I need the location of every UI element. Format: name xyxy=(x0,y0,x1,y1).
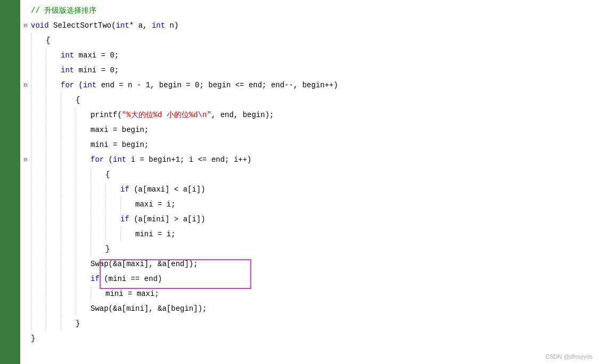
fold-icon-11[interactable]: ⊟ xyxy=(20,153,31,167)
code-line-6: ⊟ for (int end = n - 1, begin = 0; begin… xyxy=(20,78,599,93)
fold-icon-13 xyxy=(20,183,31,196)
line-23-content: } xyxy=(31,332,599,345)
code-line-8: printf("%大的位%d 小的位%d\n", end, begin); xyxy=(20,107,599,122)
line-3-content: { xyxy=(46,34,599,47)
code-line-22: } xyxy=(20,316,599,331)
code-line-12: { xyxy=(20,167,599,182)
watermark: CSDN @dfnsyyds xyxy=(545,353,593,360)
code-line-19: if (mini == end) xyxy=(20,271,599,286)
fold-icon-16 xyxy=(20,227,31,241)
line-2-content: void SelectSortTwo(int* a, int n) xyxy=(31,19,599,32)
fold-icon-17 xyxy=(20,242,31,256)
code-line-3: { xyxy=(20,33,599,48)
code-line-5: int mini = 0; xyxy=(20,63,599,78)
code-line-14: maxi = i; xyxy=(20,197,599,212)
fold-icon-8 xyxy=(20,108,31,122)
line-9-content: maxi = begin; xyxy=(91,123,599,137)
code-line-4: int maxi = 0; xyxy=(20,48,599,63)
line-4-content: int maxi = 0; xyxy=(61,48,599,62)
line-7-content: { xyxy=(76,93,599,107)
code-line-1: // 升级版选择排序 xyxy=(20,3,599,18)
fold-icon-12 xyxy=(20,168,31,181)
line-17-content: } xyxy=(105,242,599,256)
line-13-content: if (a[maxi] < a[i]) xyxy=(120,183,599,196)
code-line-17: } xyxy=(20,242,599,257)
line-15-content: if (a[mini] > a[i]) xyxy=(120,212,599,226)
line-6-content: for (int end = n - 1, begin = 0; begin <… xyxy=(61,78,599,92)
code-area: // 升级版选择排序 ⊟ void SelectSortTwo(int* a, … xyxy=(20,0,599,364)
line-18-content: Swap(&a[maxi], &a[end]); xyxy=(91,257,599,271)
fold-icon-23 xyxy=(20,332,31,345)
fold-icon-6[interactable]: ⊟ xyxy=(20,78,31,92)
fold-icon-14 xyxy=(20,197,31,211)
fold-icon-5 xyxy=(20,63,31,77)
code-line-11: ⊟ for (int i = begin+1; i <= end; i++) xyxy=(20,152,599,167)
code-line-18: Swap(&a[maxi], &a[end]); xyxy=(20,257,599,271)
fold-icon-7 xyxy=(20,93,31,107)
code-line-20: mini = maxi; xyxy=(20,286,599,301)
editor-container: // 升级版选择排序 ⊟ void SelectSortTwo(int* a, … xyxy=(0,0,599,364)
code-line-7: { xyxy=(20,93,599,107)
line-8-content: printf("%大的位%d 小的位%d\n", end, begin); xyxy=(91,108,599,122)
line-20-content: mini = maxi; xyxy=(105,287,599,301)
line-5-content: int mini = 0; xyxy=(61,63,599,77)
left-bar xyxy=(0,0,20,364)
fold-icon-4 xyxy=(20,48,31,62)
fold-icon-3 xyxy=(20,34,31,47)
fold-icon-20 xyxy=(20,287,31,301)
code-line-15: if (a[mini] > a[i]) xyxy=(20,212,599,227)
line-11-content: for (int i = begin+1; i <= end; i++) xyxy=(91,153,599,167)
code-line-9: maxi = begin; xyxy=(20,122,599,137)
line-1-content: // 升级版选择排序 xyxy=(31,4,599,18)
code-line-10: mini = begin; xyxy=(20,137,599,152)
fold-icon-22 xyxy=(20,317,31,330)
line-14-content: maxi = i; xyxy=(135,197,599,211)
code-line-23: } xyxy=(20,331,599,346)
line-19-content: if (mini == end) xyxy=(91,272,599,286)
line-22-content: } xyxy=(76,317,599,330)
fold-icon-1 xyxy=(20,4,31,18)
fold-icon-9 xyxy=(20,123,31,137)
fold-icon-15 xyxy=(20,212,31,226)
code-line-21: Swap(&a[mini], &a[begin]); xyxy=(20,301,599,316)
line-21-content: Swap(&a[mini], &a[begin]); xyxy=(91,302,599,316)
line-10-content: mini = begin; xyxy=(91,138,599,152)
code-line-2: ⊟ void SelectSortTwo(int* a, int n) xyxy=(20,18,599,33)
code-line-13: if (a[maxi] < a[i]) xyxy=(20,182,599,197)
fold-icon-21 xyxy=(20,302,31,316)
fold-icon-19 xyxy=(20,272,31,286)
line-16-content: mini = i; xyxy=(135,227,599,241)
fold-icon-10 xyxy=(20,138,31,152)
fold-icon-18 xyxy=(20,257,31,271)
code-line-16: mini = i; xyxy=(20,227,599,242)
fold-icon-2[interactable]: ⊟ xyxy=(20,19,31,32)
line-12-content: { xyxy=(105,168,599,181)
